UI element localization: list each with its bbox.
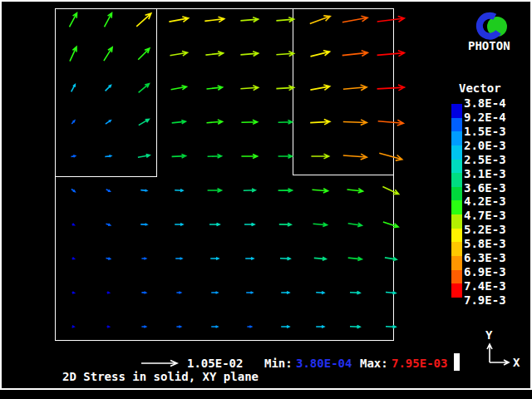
legend-tick-label: 2.0E-3	[464, 139, 506, 153]
vector-arrow	[71, 155, 76, 157]
vector-arrow	[171, 86, 187, 90]
legend-tick-label: 3.6E-3	[464, 181, 506, 195]
vector-arrow	[70, 47, 76, 61]
vector-arrow	[138, 48, 150, 60]
vector-arrow	[310, 85, 329, 90]
vector-arrow	[281, 292, 289, 294]
vector-arrow	[348, 257, 362, 261]
legend-tick-label: 3.1E-3	[464, 167, 506, 181]
block-cursor	[454, 353, 460, 371]
vector-arrow	[172, 155, 186, 159]
vector-arrow	[246, 292, 253, 293]
vector-arrow	[138, 155, 150, 158]
vector-arrow	[310, 16, 330, 24]
vector-arrow	[211, 326, 218, 328]
legend-tick-label: 5.2E-3	[464, 223, 506, 237]
vector-arrow	[311, 154, 328, 159]
vector-arrow	[314, 257, 326, 260]
legend-color-band	[451, 187, 462, 201]
logo-text: PHOTON	[468, 40, 510, 52]
photon-viewer-screen: PHOTON Vector 3.8E-49.2E-41.5E-32.0E-32.…	[0, 0, 532, 399]
vector-arrow	[172, 120, 186, 124]
vector-arrow	[107, 292, 110, 293]
legend-color-band	[451, 200, 462, 214]
vector-arrow	[106, 121, 111, 124]
min-value: 3.80E-04	[296, 357, 352, 370]
vector-arrow	[386, 292, 396, 294]
vector-arrow	[281, 326, 289, 328]
scale-arrow-label: 1.05E-02	[187, 357, 243, 370]
vector-arrow	[313, 189, 328, 193]
vector-arrow	[106, 224, 111, 225]
vector-arrow	[342, 51, 368, 57]
vector-arrow	[240, 86, 258, 91]
vector-arrow	[141, 326, 145, 328]
vector-arrow	[107, 326, 110, 328]
legend-color-band	[451, 131, 462, 145]
vector-arrow	[276, 17, 293, 22]
vector-arrow	[311, 51, 330, 57]
legend-color-band	[451, 173, 462, 187]
vector-arrow	[140, 190, 146, 191]
vector-arrow	[139, 84, 150, 93]
vector-arrow	[383, 222, 398, 228]
legend-color-band	[451, 229, 462, 243]
vector-arrow	[71, 190, 75, 192]
vector-arrow	[72, 258, 75, 259]
vector-arrow	[208, 189, 222, 193]
vector-arrow	[310, 120, 330, 125]
vector-arrow	[175, 258, 182, 259]
legend-color-band	[451, 242, 462, 256]
legend-title: Vector	[459, 82, 501, 95]
vector-arrow	[104, 47, 112, 61]
vector-arrow	[276, 86, 293, 91]
vector-arrow	[278, 121, 293, 125]
vector-arrow	[386, 326, 396, 328]
vector-arrow	[176, 326, 180, 328]
vector-arrow	[176, 292, 180, 293]
legend-colorbar	[451, 104, 462, 298]
vector-arrow	[205, 52, 223, 57]
legend-tick-label: 4.7E-3	[464, 209, 506, 223]
vector-arrow	[241, 154, 257, 158]
legend-color-band	[451, 160, 462, 174]
vector-arrow	[316, 326, 324, 328]
vector-arrow	[141, 292, 145, 293]
legend-tick-label: 5.8E-3	[464, 237, 506, 251]
vector-arrow	[350, 292, 360, 294]
scale-arrow	[141, 361, 177, 367]
legend-tick-label: 3.8E-4	[464, 96, 506, 111]
vector-arrow	[136, 13, 151, 27]
vector-arrow	[241, 120, 257, 124]
legend-color-band	[451, 145, 462, 160]
vector-arrow	[106, 190, 111, 191]
vector-arrow	[378, 120, 404, 126]
legend-color-band	[451, 283, 462, 298]
vector-arrow	[141, 258, 145, 259]
vector-arrow	[72, 292, 75, 293]
vector-arrow	[72, 224, 75, 225]
legend-color-band	[451, 104, 462, 118]
x-axis-label: X	[513, 357, 520, 369]
vector-arrow	[382, 187, 398, 195]
vector-arrow	[343, 120, 367, 126]
legend-tick-label: 9.2E-4	[464, 111, 506, 125]
vector-arrow	[72, 326, 74, 328]
y-axis-label: Y	[485, 329, 492, 342]
min-label: Min:	[264, 357, 293, 370]
vector-arrow	[210, 258, 219, 260]
legend-tick-label: 4.2E-3	[464, 195, 506, 209]
vector-arrow	[278, 155, 293, 159]
vector-arrow	[211, 292, 218, 293]
vector-arrow	[350, 326, 360, 328]
vector-arrow	[343, 85, 367, 91]
vector-arrow	[169, 17, 188, 22]
vector-arrow	[207, 120, 223, 124]
vector-arrow	[71, 121, 74, 124]
vector-arrow	[276, 52, 293, 57]
vector-arrow	[247, 326, 251, 328]
vector-arrow	[385, 258, 397, 261]
vector-arrow	[209, 223, 219, 225]
legend-tick-label: 7.9E-3	[464, 293, 506, 308]
vector-arrow	[71, 85, 76, 92]
